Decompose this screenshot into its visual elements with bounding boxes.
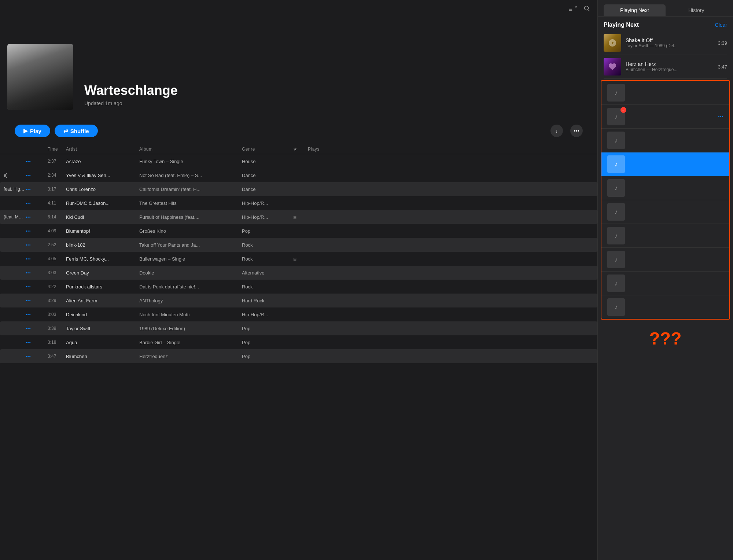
track-dots[interactable]: ••• (26, 340, 48, 345)
right-panel: Playing Next History Playing Next Clear … (597, 0, 733, 560)
clear-button[interactable]: Clear (715, 22, 727, 28)
queue-info: Shake It Off Taylor Swift — 1989 (Del... (626, 37, 714, 48)
table-row[interactable]: ••• 4:09 Blumentopf Großes Kino Pop (0, 224, 597, 238)
queue-item-generic-selected[interactable]: ♪ (601, 152, 729, 176)
queue-item-herz-an-herz[interactable]: Herz an Herz Blümchen — Herzfreque... 3:… (598, 55, 733, 78)
track-dots[interactable]: ••• (26, 229, 48, 233)
col-header-plays[interactable]: Plays (308, 147, 337, 152)
table-row[interactable]: (feat. MGMT & Ratatat) [Exten... ••• 6:1… (0, 210, 597, 224)
left-panel: ≡ ˅ Warteschlange Updated 1m ago ▶ Play … (0, 0, 597, 560)
play-button[interactable]: ▶ Play (15, 125, 50, 137)
col-header-artist[interactable]: Artist (66, 147, 139, 152)
shuffle-icon: ⇄ (63, 128, 68, 134)
hero-text: Warteschlange Updated 1m ago (84, 83, 178, 110)
queue-track-meta: Taylor Swift — 1989 (Del... (626, 43, 714, 48)
menu-icon[interactable]: ≡ ˅ (568, 5, 578, 13)
table-row[interactable]: ••• 3:47 Blümchen Herzfrequenz Pop (0, 349, 597, 363)
track-dots[interactable]: ••• (26, 284, 48, 289)
queue-item-generic[interactable]: ♪ (601, 224, 729, 248)
table-row[interactable]: ••• 2:52 blink-182 Take off Your Pants a… (0, 238, 597, 252)
track-dots[interactable]: ••• (26, 187, 48, 191)
queue-item-shake-it-off[interactable]: Shake It Off Taylor Swift — 1989 (Del...… (598, 31, 733, 55)
play-icon: ▶ (23, 128, 28, 134)
queue-generic-art: ♪ (607, 227, 625, 244)
table-row[interactable]: ••• 3:39 Taylor Swift 1989 (Deluxe Editi… (0, 321, 597, 335)
queue-duration: 3:47 (718, 64, 727, 70)
music-note-icon: ♪ (615, 280, 618, 287)
svg-point-0 (585, 6, 589, 10)
track-dots[interactable]: ••• (26, 215, 48, 219)
track-dots[interactable]: ••• (26, 270, 48, 275)
queue-item-generic[interactable]: ♪ (601, 129, 729, 152)
track-dots[interactable]: ••• (26, 201, 48, 205)
music-note-icon: ♪ (615, 256, 618, 264)
track-name: feat. High Jinx) (4, 187, 26, 192)
more-options-button[interactable]: ••• (570, 125, 583, 137)
queue-item-generic[interactable]: ♪ (601, 272, 729, 295)
remove-badge[interactable]: − (620, 107, 626, 113)
queue-item-line (629, 212, 723, 212)
track-dots[interactable]: ••• (26, 243, 48, 247)
playlist-art (7, 44, 73, 110)
queue-track-name: Shake It Off (626, 37, 714, 43)
col-header-album[interactable]: Album (139, 147, 242, 152)
table-row[interactable]: ••• 3:03 Deichkind Noch fünf Minuten Mut… (0, 307, 597, 321)
download-icon: ↓ (556, 128, 558, 134)
queue-generic-art: ♪ (607, 155, 625, 173)
playlist-updated: Updated 1m ago (84, 100, 178, 106)
queue-item-generic[interactable]: ♪ (601, 200, 729, 224)
music-note-icon: ♪ (615, 161, 618, 168)
table-row[interactable]: ••• 3:29 Alien Ant Farm ANThology Hard R… (0, 294, 597, 307)
queue-item-line (629, 164, 723, 165)
queue-generic-art: ♪ (607, 203, 625, 221)
queue-item-generic[interactable]: ♪ (601, 81, 729, 105)
track-name: e) (4, 173, 26, 178)
tab-bar: Playing Next History (598, 0, 733, 16)
queue-generic-art: ♪ (607, 251, 625, 268)
col-header-star[interactable]: ★ (293, 147, 308, 152)
search-icon[interactable] (583, 5, 590, 14)
queue-item-line (629, 140, 723, 141)
col-header-genre[interactable]: Genre (242, 147, 293, 152)
table-row[interactable]: e) ••• 2:34 Yves V & Ilkay Sen... Not So… (0, 168, 597, 182)
queue-generic-art: ♪ (607, 275, 625, 292)
track-dots[interactable]: ••• (26, 312, 48, 317)
table-row[interactable]: ••• 2:37 Acraze Funky Town – Single Hous… (0, 154, 597, 168)
track-dots[interactable]: ••• (26, 257, 48, 261)
table-row[interactable]: feat. High Jinx) ••• 3:17 Chris Lorenzo … (0, 182, 597, 196)
table-row[interactable]: ••• 4:05 Ferris MC, Shocky... Bullenwage… (0, 252, 597, 266)
top-bar: ≡ ˅ (0, 0, 597, 18)
track-dots[interactable]: ••• (26, 354, 48, 358)
tab-playing-next[interactable]: Playing Next (604, 4, 666, 16)
queue-item-generic[interactable]: ♪ (601, 295, 729, 319)
queue-item-generic[interactable]: ♪ (601, 248, 729, 272)
queue-info: Herz an Herz Blümchen — Herzfreque... (626, 61, 714, 72)
table-row[interactable]: ••• 3:03 Green Day Dookie Alternative (0, 266, 597, 280)
queue-generic-art: ♪ (607, 132, 625, 149)
queue-item-generic[interactable]: − ♪ ••• (601, 105, 729, 129)
tab-history[interactable]: History (666, 4, 728, 16)
track-dots[interactable]: ••• (26, 298, 48, 303)
track-dots[interactable]: ••• (26, 159, 48, 163)
music-note-icon: ♪ (615, 137, 618, 144)
music-note-icon: ♪ (615, 303, 618, 311)
download-button[interactable]: ↓ (550, 125, 563, 137)
music-note-icon: ♪ (615, 113, 618, 121)
table-row[interactable]: ••• 4:11 Run-DMC & Jason... The Greatest… (0, 196, 597, 210)
track-table[interactable]: Time Artist Album Genre ★ Plays ••• 2:37… (0, 144, 597, 560)
track-dots[interactable]: ••• (26, 326, 48, 331)
action-bar: ▶ Play ⇄ Shuffle ↓ ••• (0, 121, 597, 144)
col-header-time[interactable]: Time (48, 147, 66, 152)
table-row[interactable]: ••• 4:22 Punkrock allstars Dat is Punk d… (0, 280, 597, 294)
queue-list[interactable]: Shake It Off Taylor Swift — 1989 (Del...… (598, 31, 733, 560)
track-dots[interactable]: ••• (26, 173, 48, 177)
queue-more-dots[interactable]: ••• (718, 114, 723, 119)
queue-item-generic[interactable]: ♪ (601, 176, 729, 200)
queue-item-line (629, 236, 723, 236)
hero-section: Warteschlange Updated 1m ago (0, 18, 597, 121)
shuffle-button[interactable]: ⇄ Shuffle (55, 125, 98, 137)
playlist-title: Warteschlange (84, 83, 178, 98)
table-row[interactable]: ••• 3:18 Aqua Barbie Girl – Single Pop (0, 335, 597, 349)
queue-generic-art: ♪ (607, 179, 625, 197)
queue-duration: 3:39 (718, 40, 727, 46)
